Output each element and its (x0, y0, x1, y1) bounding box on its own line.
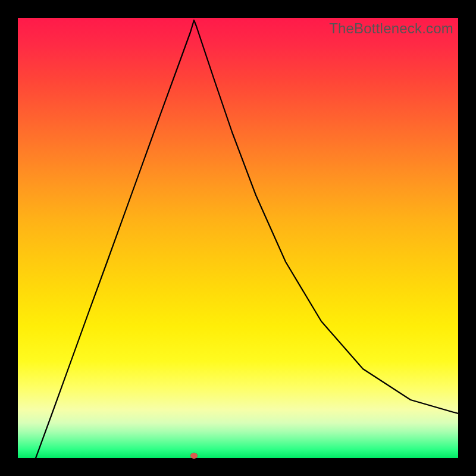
chart-frame: TheBottleneck.com (0, 0, 476, 476)
watermark-text: TheBottleneck.com (329, 20, 453, 37)
minimum-marker-dot (190, 453, 198, 459)
plot-area: TheBottleneck.com (18, 18, 458, 458)
bottleneck-curve (18, 18, 458, 458)
